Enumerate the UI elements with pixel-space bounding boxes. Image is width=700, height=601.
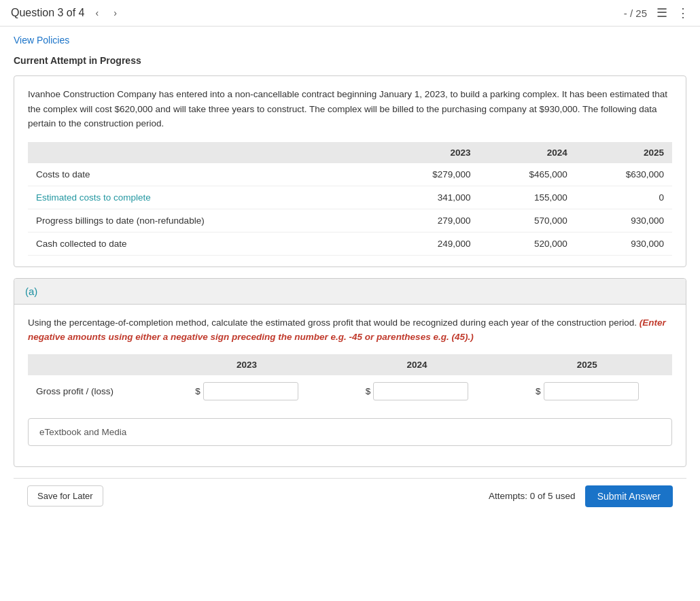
prev-question-button[interactable]: ‹ [92, 6, 103, 20]
problem-data-table: 2023 2024 2025 Costs to date $279,000 $4… [28, 142, 672, 256]
answer-row-label: Gross profit / (loss) [28, 375, 162, 407]
cell-costs-2025: $630,000 [576, 163, 672, 186]
input-group-2023: $ [170, 382, 323, 400]
page-header: Question 3 of 4 ‹ › - / 25 ☰ ⋮ [0, 0, 700, 27]
score-label: - / 25 [624, 7, 647, 19]
dollar-sign-2025: $ [536, 386, 541, 396]
problem-box: Ivanhoe Construction Company has entered… [14, 75, 686, 267]
cell-estcosts-2023: 341,000 [382, 186, 478, 209]
row-label-costs-to-date: Costs to date [28, 163, 382, 186]
cell-estcosts-2025: 0 [576, 186, 672, 209]
table-row: Cash collected to date 249,000 520,000 9… [28, 232, 672, 255]
submit-answer-button[interactable]: Submit Answer [585, 485, 673, 507]
table-row: Progress billings to date (non-refundabl… [28, 209, 672, 232]
answer-table: 2023 2024 2025 Gross profit / (loss) $ [28, 354, 672, 407]
part-a-label: (a) [25, 286, 37, 297]
cell-billings-2023: 279,000 [382, 209, 478, 232]
instruction-normal: Using the percentage-of-completion metho… [28, 317, 637, 328]
more-icon-button[interactable]: ⋮ [677, 5, 689, 20]
col-header-2023: 2023 [382, 142, 478, 163]
list-icon-button[interactable]: ☰ [657, 5, 667, 20]
cell-billings-2024: 570,000 [479, 209, 576, 232]
problem-description: Ivanhoe Construction Company has entered… [28, 87, 672, 131]
part-a-instruction: Using the percentage-of-completion metho… [28, 315, 672, 345]
part-a-header: (a) [14, 279, 686, 305]
etextbook-label: eTextbook and Media [39, 427, 126, 437]
table-row: Costs to date $279,000 $465,000 $630,000 [28, 163, 672, 186]
answer-col-header-2024: 2024 [332, 354, 502, 375]
etextbook-bar[interactable]: eTextbook and Media [28, 418, 672, 446]
header-right: - / 25 ☰ ⋮ [624, 5, 689, 20]
answer-col-header-2025: 2025 [502, 354, 672, 375]
answer-col-header-label [28, 354, 162, 375]
footer-bar: Save for Later Attempts: 0 of 5 used Sub… [14, 478, 686, 514]
cell-costs-2023: $279,000 [382, 163, 478, 186]
row-label-est-costs: Estimated costs to complete [28, 186, 382, 209]
cell-cash-2025: 930,000 [576, 232, 672, 255]
col-header-2024: 2024 [479, 142, 576, 163]
gross-profit-input-2023[interactable] [203, 382, 298, 400]
cell-costs-2024: $465,000 [479, 163, 576, 186]
answer-row: Gross profit / (loss) $ $ [28, 375, 672, 407]
dollar-sign-2023: $ [195, 386, 200, 396]
question-label: Question 3 of 4 [11, 7, 85, 19]
footer-right: Attempts: 0 of 5 used Submit Answer [489, 485, 673, 507]
cell-cash-2024: 520,000 [479, 232, 576, 255]
page-content: View Policies Current Attempt in Progres… [0, 27, 700, 522]
cell-billings-2025: 930,000 [576, 209, 672, 232]
part-a-content: Using the percentage-of-completion metho… [14, 305, 686, 466]
col-header-label [28, 142, 382, 163]
answer-cell-2025: $ [502, 375, 672, 407]
view-policies-link[interactable]: View Policies [14, 35, 69, 46]
table-row: Estimated costs to complete 341,000 155,… [28, 186, 672, 209]
answer-cell-2023: $ [162, 375, 332, 407]
answer-col-header-2023: 2023 [162, 354, 332, 375]
attempts-label: Attempts: 0 of 5 used [489, 491, 576, 501]
cell-estcosts-2024: 155,000 [479, 186, 576, 209]
row-label-billings: Progress billings to date (non-refundabl… [28, 209, 382, 232]
save-for-later-button[interactable]: Save for Later [27, 485, 103, 506]
gross-profit-input-2024[interactable] [373, 382, 468, 400]
header-left: Question 3 of 4 ‹ › [11, 6, 121, 20]
gross-profit-input-2025[interactable] [544, 382, 639, 400]
input-group-2024: $ [340, 382, 493, 400]
more-icon: ⋮ [677, 6, 689, 20]
row-label-cash: Cash collected to date [28, 232, 382, 255]
col-header-2025: 2025 [576, 142, 672, 163]
cell-cash-2023: 249,000 [382, 232, 478, 255]
input-group-2025: $ [510, 382, 664, 400]
part-a-box: (a) Using the percentage-of-completion m… [14, 278, 686, 467]
current-attempt-label: Current Attempt in Progress [14, 55, 686, 66]
dollar-sign-2024: $ [366, 386, 371, 396]
list-icon: ☰ [657, 6, 667, 20]
next-question-button[interactable]: › [109, 6, 121, 20]
answer-cell-2024: $ [332, 375, 502, 407]
